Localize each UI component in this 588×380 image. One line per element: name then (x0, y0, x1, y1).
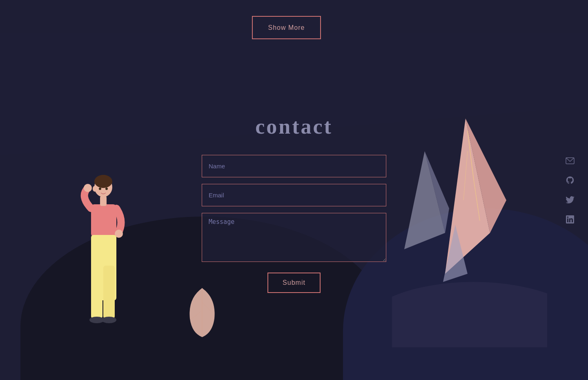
email-icon[interactable] (564, 155, 576, 166)
contact-section: contact Submit (192, 114, 396, 293)
svg-point-5 (84, 184, 92, 192)
social-sidebar (564, 155, 576, 225)
submit-button[interactable]: Submit (267, 273, 321, 293)
mountain-decoration (392, 118, 547, 347)
svg-point-12 (99, 188, 101, 190)
svg-point-13 (105, 188, 108, 190)
email-input[interactable] (202, 184, 386, 206)
svg-point-14 (93, 186, 97, 192)
name-input[interactable] (202, 155, 386, 177)
twitter-icon[interactable] (564, 194, 576, 206)
github-icon[interactable] (564, 174, 576, 186)
svg-point-11 (102, 317, 116, 323)
svg-rect-3 (91, 204, 116, 237)
svg-point-23 (392, 282, 547, 347)
svg-rect-4 (100, 196, 107, 206)
leaf-decoration (180, 286, 225, 339)
svg-rect-8 (91, 266, 102, 319)
svg-rect-9 (103, 266, 115, 319)
show-more-button[interactable]: Show More (252, 16, 321, 39)
contact-title: contact (255, 114, 333, 139)
character-illustration (76, 168, 129, 339)
message-input[interactable] (202, 213, 386, 262)
contact-form: Submit (192, 155, 396, 293)
linkedin-icon[interactable] (564, 214, 576, 225)
background: Show More contact (0, 0, 588, 380)
